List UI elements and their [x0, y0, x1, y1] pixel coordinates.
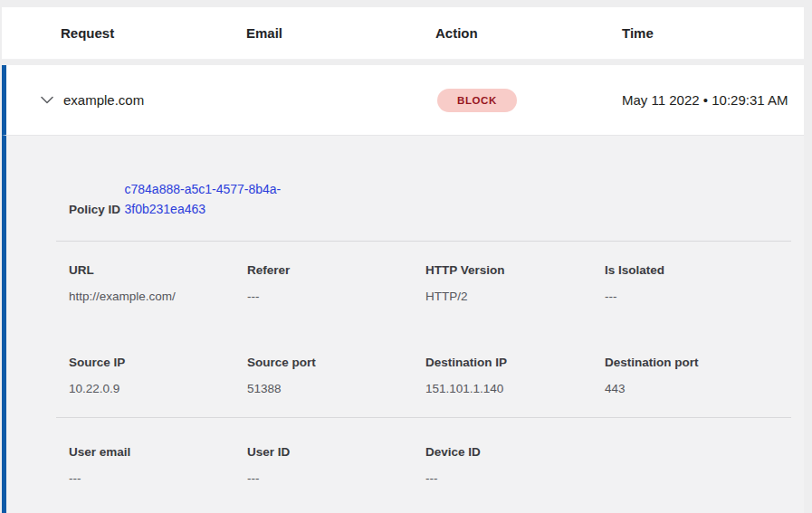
- field-value: 151.101.1.140: [425, 380, 605, 398]
- field-label: Device ID: [425, 443, 605, 461]
- field-label: User email: [69, 443, 247, 461]
- detail-row-user: User email --- User ID --- Device ID ---: [69, 443, 791, 488]
- detail-cell-empty: [605, 443, 791, 488]
- field-label: User ID: [247, 443, 425, 461]
- policy-section: Policy ID c784a888-a5c1-4577-8b4a-3f0b23…: [69, 168, 791, 219]
- section-divider: [56, 241, 791, 242]
- detail-row-network: Source IP 10.22.0.9 Source port 51388 De…: [69, 354, 791, 398]
- field-value: ---: [69, 470, 247, 488]
- field-label: Referer: [247, 261, 425, 280]
- detail-cell-destination-port: Destination port 443: [605, 354, 791, 398]
- detail-cell-source-ip: Source IP 10.22.0.9: [69, 354, 247, 398]
- field-value: ---: [247, 470, 425, 488]
- field-value: HTTP/2: [425, 288, 605, 306]
- field-value: ---: [605, 288, 791, 306]
- column-header-email: Email: [246, 25, 435, 41]
- column-header-request: Request: [61, 25, 246, 41]
- policy-id-link[interactable]: c784a888-a5c1-4577-8b4a-3f0b231ea463: [124, 179, 305, 219]
- row-time-value: May 11 2022 • 10:29:31 AM: [622, 90, 796, 111]
- field-value: ---: [425, 470, 605, 488]
- detail-cell-user-email: User email ---: [69, 443, 247, 488]
- detail-cell-referer: Referer ---: [247, 261, 425, 306]
- policy-id-label: Policy ID: [69, 203, 120, 216]
- detail-cell-user-id: User ID ---: [247, 443, 425, 488]
- log-table-card: Request Email Action Time example.com BL…: [2, 7, 804, 513]
- row-detail-panel: Policy ID c784a888-a5c1-4577-8b4a-3f0b23…: [2, 136, 804, 513]
- status-badge: BLOCK: [437, 89, 517, 112]
- table-header-row: Request Email Action Time: [2, 7, 804, 60]
- detail-row-http: URL http://example.com/ Referer --- HTTP…: [69, 261, 791, 306]
- table-row[interactable]: example.com BLOCK May 11 2022 • 10:29:31…: [2, 65, 804, 136]
- column-header-time: Time: [622, 25, 804, 41]
- field-value: 10.22.0.9: [69, 380, 247, 398]
- field-label: Source port: [247, 354, 425, 372]
- field-value: ---: [247, 288, 425, 306]
- column-header-action: Action: [435, 25, 622, 41]
- detail-cell-is-isolated: Is Isolated ---: [605, 261, 791, 306]
- field-value: 443: [605, 380, 791, 398]
- detail-cell-destination-ip: Destination IP 151.101.1.140: [425, 354, 605, 398]
- field-label: Source IP: [69, 354, 247, 372]
- section-divider: [56, 417, 791, 418]
- detail-cell-http-version: HTTP Version HTTP/2: [425, 261, 605, 306]
- detail-cell-device-id: Device ID ---: [425, 443, 605, 488]
- field-label: Is Isolated: [605, 261, 791, 280]
- detail-cell-url: URL http://example.com/: [69, 261, 247, 306]
- field-label: URL: [69, 261, 247, 280]
- field-value: http://example.com/: [69, 288, 247, 306]
- field-label: Destination port: [605, 354, 791, 372]
- detail-cell-source-port: Source port 51388: [247, 354, 425, 398]
- field-label: Destination IP: [425, 354, 605, 372]
- row-action-cell: BLOCK: [435, 89, 622, 112]
- row-request-value: example.com: [63, 92, 246, 108]
- field-value: 51388: [247, 380, 425, 398]
- field-label: HTTP Version: [425, 261, 605, 280]
- chevron-down-icon[interactable]: [40, 93, 54, 108]
